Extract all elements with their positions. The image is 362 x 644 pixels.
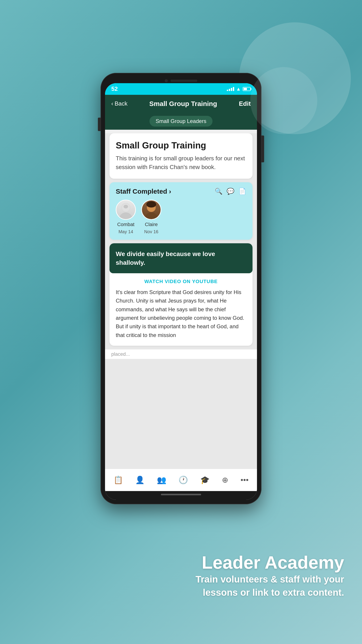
profile-icon: 👤 — [135, 476, 145, 484]
staff-chevron[interactable]: › — [169, 188, 171, 195]
connect-icon: ⊕ — [222, 476, 228, 484]
quote-text: We divide easily because we love shallow… — [116, 250, 246, 267]
comment-icon[interactable]: 💬 — [227, 188, 234, 195]
training-card: Small Group Training This training is fo… — [109, 133, 253, 179]
quote-card: We divide easily because we love shallow… — [109, 243, 253, 346]
claire-date: Nov 16 — [144, 229, 158, 234]
phone-wrapper: 52 ▲ ‹ Back — [100, 73, 261, 504]
nav-item-connect[interactable]: ⊕ — [219, 474, 231, 486]
nav-item-history[interactable]: 🕐 — [176, 474, 191, 486]
battery-icon — [243, 87, 251, 91]
svg-point-0 — [119, 212, 132, 219]
camera-dot — [165, 79, 168, 82]
nav-item-academy[interactable]: 🎓 — [198, 474, 212, 486]
phone-screen: 52 ▲ ‹ Back — [105, 83, 257, 500]
footer-label: Leader Academy Train volunteers & staff … — [196, 552, 344, 599]
wifi-icon: ▲ — [236, 86, 241, 92]
tag-pill[interactable]: Small Group Leaders — [149, 116, 213, 126]
leader-academy-title: Leader Academy — [196, 552, 344, 573]
tag-pill-container: Small Group Leaders — [105, 113, 257, 130]
status-bar: 52 ▲ — [105, 83, 257, 95]
training-card-title: Small Group Training — [116, 140, 246, 150]
nav-item-groups[interactable]: 👥 — [154, 474, 169, 486]
edit-button[interactable]: Edit — [239, 100, 251, 107]
leader-academy-subtitle: Train volunteers & staff with yourlesson… — [196, 573, 344, 599]
more-icon: ••• — [241, 476, 249, 484]
speaker-bar — [170, 80, 197, 82]
claire-name: Claire — [145, 222, 158, 228]
status-time: 52 — [111, 86, 118, 92]
article-text: It's clear from Scripture that God desir… — [109, 288, 253, 340]
combat-date: May 14 — [118, 229, 133, 234]
youtube-link[interactable]: WATCH VIDEO ON YOUTUBE — [109, 273, 253, 288]
claire-avatar-svg — [142, 200, 161, 219]
history-icon: 🕐 — [179, 476, 188, 484]
search-icon[interactable]: 🔍 — [215, 188, 223, 195]
nav-title: Small Group Training — [149, 100, 217, 108]
staff-action-icons: 🔍 💬 📄 — [215, 188, 246, 195]
power-button — [261, 136, 264, 162]
truncated-text: placed... — [111, 351, 130, 357]
staff-title: Staff Completed › — [116, 188, 171, 195]
quote-bubble: We divide easily because we love shallow… — [109, 243, 253, 273]
groups-icon: 👥 — [157, 476, 166, 484]
staff-members-list: Combat May 14 — [116, 200, 246, 234]
staff-completed-card: Staff Completed › 🔍 💬 📄 — [109, 182, 253, 240]
staff-member-claire[interactable]: Claire Nov 16 — [141, 200, 161, 234]
nav-item-feed[interactable]: 📋 — [111, 474, 126, 486]
training-card-body: This training is for small group leaders… — [116, 154, 246, 172]
svg-point-4 — [145, 212, 158, 219]
back-chevron: ‹ — [111, 100, 113, 107]
volume-button — [98, 118, 100, 131]
back-button[interactable]: ‹ Back — [111, 100, 127, 107]
nav-item-more[interactable]: ••• — [238, 474, 251, 486]
signal-icon — [227, 87, 234, 91]
staff-header: Staff Completed › 🔍 💬 📄 — [116, 188, 246, 195]
staff-member-combat[interactable]: Combat May 14 — [116, 200, 136, 234]
feed-icon: 📋 — [113, 476, 123, 484]
avatar-claire — [141, 200, 161, 220]
battery-fill — [244, 88, 247, 90]
content-area: Small Group Training This training is fo… — [105, 133, 257, 469]
avatar-combat — [116, 200, 136, 220]
svg-point-3 — [124, 205, 128, 208]
home-indicator — [105, 491, 257, 500]
combat-avatar-svg — [116, 200, 135, 219]
nav-item-profile[interactable]: 👤 — [132, 474, 147, 486]
status-icons: ▲ — [227, 86, 251, 92]
back-label: Back — [115, 100, 128, 107]
phone-top-bar — [105, 77, 257, 83]
truncated-area: placed... — [105, 349, 257, 359]
document-icon[interactable]: 📄 — [238, 188, 246, 195]
nav-bar: ‹ Back Small Group Training Edit — [105, 95, 257, 113]
home-bar — [161, 494, 201, 495]
phone-frame: 52 ▲ ‹ Back — [100, 73, 261, 504]
svg-point-7 — [146, 201, 156, 208]
academy-icon: 🎓 — [200, 476, 210, 484]
bottom-nav: 📋 👤 👥 🕐 🎓 ⊕ ••• — [105, 469, 257, 491]
combat-name: Combat — [117, 222, 134, 228]
